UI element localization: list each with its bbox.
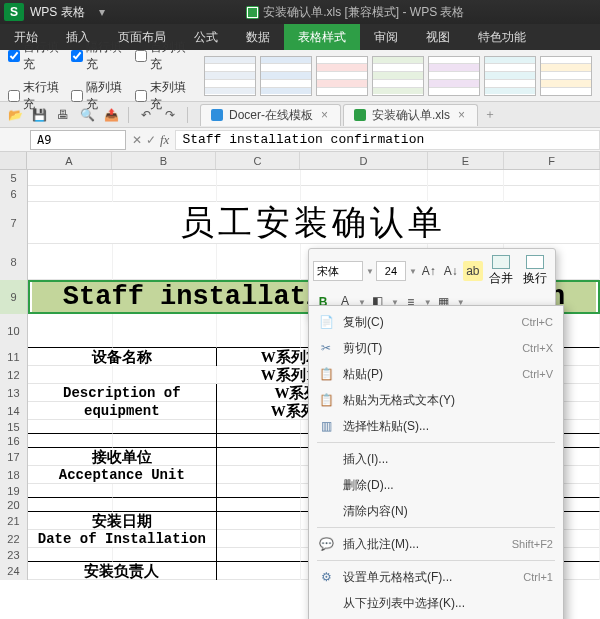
cell[interactable]: 安装负责人	[28, 562, 217, 580]
cell[interactable]	[28, 366, 113, 384]
cell[interactable]: 设备名称	[28, 348, 217, 366]
table-style-3[interactable]	[316, 56, 368, 96]
font-select[interactable]	[313, 261, 363, 281]
table-style-2[interactable]	[260, 56, 312, 96]
col-header[interactable]: D	[300, 152, 428, 169]
menu-item[interactable]: 📋粘贴(P)Ctrl+V	[309, 361, 563, 387]
row-header[interactable]: 16	[0, 434, 28, 448]
cell[interactable]	[28, 434, 113, 448]
chevron-down-icon[interactable]: ▼	[366, 267, 374, 276]
cell[interactable]	[217, 170, 301, 186]
cell[interactable]	[28, 314, 113, 348]
row-header[interactable]: 17	[0, 448, 28, 466]
menu-4[interactable]: 数据	[232, 24, 284, 50]
cell[interactable]	[28, 170, 113, 186]
table-style-7[interactable]	[540, 56, 592, 96]
menu-item[interactable]: ⚙设置单元格格式(F)...Ctrl+1	[309, 564, 563, 590]
cell[interactable]	[217, 466, 301, 484]
cell[interactable]	[217, 484, 301, 498]
cell[interactable]	[113, 314, 217, 348]
print-icon[interactable]: 🖶	[52, 105, 74, 125]
print-preview-icon[interactable]: 🔍	[76, 105, 98, 125]
row-header[interactable]: 10	[0, 314, 28, 348]
menu-6[interactable]: 审阅	[360, 24, 412, 50]
select-all-corner[interactable]	[0, 152, 27, 169]
col-header[interactable]: B	[112, 152, 216, 169]
redo-icon[interactable]: ↷	[159, 105, 181, 125]
cell[interactable]	[113, 420, 217, 434]
name-box[interactable]	[30, 130, 126, 150]
save-icon[interactable]: 💾	[28, 105, 50, 125]
app-menu-caret[interactable]: ▾	[93, 5, 111, 19]
check-option[interactable]: 首行填充	[8, 39, 59, 73]
cell[interactable]	[217, 244, 301, 280]
cell[interactable]	[113, 498, 217, 512]
menu-item[interactable]: 删除(D)...	[309, 472, 563, 498]
check-option[interactable]: 首列填充	[135, 39, 186, 73]
cell[interactable]	[217, 562, 301, 580]
cell[interactable]	[217, 434, 301, 448]
row-header[interactable]: 13	[0, 384, 28, 402]
menu-item[interactable]: ✂剪切(T)Ctrl+X	[309, 335, 563, 361]
close-icon[interactable]: ×	[456, 108, 467, 122]
cell[interactable]: 安装日期	[28, 512, 217, 530]
cell[interactable]	[28, 420, 113, 434]
menu-8[interactable]: 特色功能	[464, 24, 540, 50]
cell[interactable]	[113, 484, 217, 498]
row-header[interactable]: 23	[0, 548, 28, 562]
menu-5[interactable]: 表格样式	[284, 24, 360, 50]
cell[interactable]	[504, 170, 600, 186]
cell[interactable]	[113, 434, 217, 448]
merge-button[interactable]: 合并	[485, 253, 517, 289]
cell[interactable]	[301, 170, 429, 186]
cell[interactable]	[113, 244, 217, 280]
cell[interactable]	[113, 366, 217, 384]
export-icon[interactable]: 📤	[100, 105, 122, 125]
cell[interactable]	[217, 530, 301, 548]
cell[interactable]: 接收单位	[28, 448, 217, 466]
formula-input[interactable]	[175, 130, 600, 150]
row-header[interactable]: 11	[0, 348, 28, 366]
cell[interactable]: Acceptance Unit	[28, 466, 217, 484]
menu-item[interactable]: 💬插入批注(M)...Shift+F2	[309, 531, 563, 557]
check-option[interactable]: 隔行填充	[71, 39, 122, 73]
tab-document[interactable]: 安装确认单.xls ×	[343, 104, 478, 126]
row-header[interactable]: 8	[0, 244, 28, 280]
cell[interactable]: equipment	[28, 402, 217, 420]
cancel-icon[interactable]: ✕	[132, 133, 142, 147]
accept-icon[interactable]: ✓	[146, 133, 156, 147]
fx-icon[interactable]: fx	[160, 132, 169, 148]
menu-item[interactable]: 📋粘贴为无格式文本(Y)	[309, 387, 563, 413]
cell[interactable]	[28, 548, 113, 562]
row-header[interactable]: 18	[0, 466, 28, 484]
menu-7[interactable]: 视图	[412, 24, 464, 50]
undo-icon[interactable]: ↶	[135, 105, 157, 125]
cell[interactable]: Date of Installation	[28, 530, 217, 548]
row-header[interactable]: 9	[0, 280, 28, 314]
table-style-4[interactable]	[372, 56, 424, 96]
highlight-icon[interactable]: ab	[463, 261, 483, 281]
wrap-button[interactable]: 换行	[519, 253, 551, 289]
close-icon[interactable]: ×	[319, 108, 330, 122]
row-header[interactable]: 5	[0, 170, 28, 186]
cell[interactable]: 员工安装确认单	[28, 202, 600, 244]
row-header[interactable]: 12	[0, 366, 28, 384]
table-style-1[interactable]	[204, 56, 256, 96]
row-header[interactable]: 19	[0, 484, 28, 498]
cell[interactable]	[217, 512, 301, 530]
col-header[interactable]: F	[504, 152, 600, 169]
cell[interactable]	[217, 548, 301, 562]
col-header[interactable]: C	[216, 152, 300, 169]
row-header[interactable]: 20	[0, 498, 28, 512]
table-style-6[interactable]	[484, 56, 536, 96]
cell[interactable]	[113, 170, 217, 186]
font-size-select[interactable]	[376, 261, 406, 281]
cell[interactable]	[113, 548, 217, 562]
row-header[interactable]: 14	[0, 402, 28, 420]
menu-3[interactable]: 公式	[180, 24, 232, 50]
cell[interactable]	[217, 448, 301, 466]
row-header[interactable]: 21	[0, 512, 28, 530]
cell[interactable]	[217, 314, 301, 348]
cell[interactable]	[28, 244, 113, 280]
row-header[interactable]: 15	[0, 420, 28, 434]
